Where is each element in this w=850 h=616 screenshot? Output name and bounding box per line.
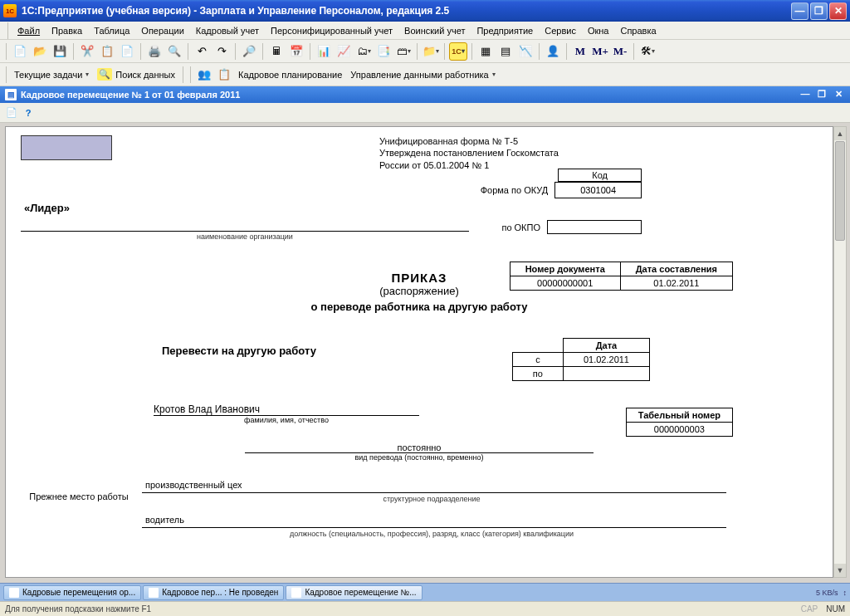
paste-button[interactable]: 📄	[118, 42, 136, 61]
prev-work-label: Прежнее место работы	[21, 480, 137, 550]
okud-value: 0301004	[555, 183, 642, 198]
to-label: по	[512, 367, 563, 381]
m-minus-button[interactable]: M-	[611, 42, 629, 61]
find-button[interactable]: 🔎	[240, 42, 258, 61]
menu-operations[interactable]: Операции	[136, 24, 188, 37]
menu-file[interactable]: Файл	[12, 24, 45, 37]
scroll-up-button[interactable]: ▲	[834, 127, 846, 140]
grip-icon	[7, 22, 8, 39]
org-label: наименование организации	[21, 232, 469, 241]
doc-close-button[interactable]: ✕	[832, 89, 845, 100]
document-titlebar: ▤ Кадровое перемещение № 1 от 01 февраля…	[0, 86, 850, 103]
order-desc: о переводе работника на другую работу	[21, 301, 818, 313]
employee-data-button[interactable]: Управление данными работника	[347, 70, 498, 80]
doc-copy-button[interactable]: 📄	[3, 105, 20, 121]
meta-line1: Унифицированная форма № Т-5	[379, 135, 595, 147]
org-name: «Лидер»	[21, 202, 73, 214]
num-indicator: NUM	[826, 604, 845, 614]
calc-button[interactable]: 🖩	[267, 42, 286, 61]
window-maximize-button[interactable]: ❐	[810, 2, 828, 20]
taskbar-item-3[interactable]: Кадровое перемещение №...	[286, 585, 422, 600]
save-button[interactable]: 💾	[51, 42, 69, 61]
menu-edit[interactable]: Правка	[46, 24, 87, 37]
hr-planning-button[interactable]: Кадровое планирование	[235, 70, 345, 80]
redo-button[interactable]: ↷	[212, 42, 231, 61]
okud-label: Форма по ОКУД	[481, 185, 555, 195]
open-button[interactable]: 📂	[31, 42, 49, 61]
document-area: Унифицированная форма № Т-5 Утверждена п…	[0, 123, 850, 583]
preview-button[interactable]: 🔍	[165, 42, 183, 61]
tool-button-6[interactable]: 📁	[422, 42, 440, 61]
user-button[interactable]: 👤	[544, 42, 562, 61]
undo-button[interactable]: ↶	[193, 42, 211, 61]
prev-dept: производственный цех	[142, 480, 726, 493]
chart-button[interactable]: 📉	[516, 42, 535, 61]
taskbar-item-2[interactable]: Кадровое пер... : Не проведен	[143, 585, 284, 600]
transfer-label: Перевести на другую работу	[162, 345, 316, 357]
okpo-value	[548, 221, 642, 234]
document-icon: ▤	[5, 89, 17, 100]
hr-icon-1[interactable]: 👥	[195, 66, 213, 84]
code-header: Код	[559, 169, 642, 182]
task-icon	[291, 588, 301, 598]
task-icon	[149, 588, 159, 598]
docdate-header: Дата составления	[620, 262, 732, 276]
doc-minimize-button[interactable]: —	[799, 89, 812, 100]
prev-pos: водитель	[142, 515, 726, 528]
network-icon: ↕	[843, 589, 848, 597]
data-search-button[interactable]: 🔍Поиск данных	[94, 68, 178, 81]
employee-name: Кротов Влад Иванович	[154, 403, 419, 416]
okpo-label: по ОКПО	[501, 222, 547, 232]
copy-button[interactable]: 📋	[98, 42, 116, 61]
tool-button-4[interactable]: 📑	[374, 42, 393, 61]
window-minimize-button[interactable]: —	[791, 2, 808, 20]
tools-button[interactable]: 🛠	[638, 42, 657, 61]
menu-windows[interactable]: Окна	[583, 24, 614, 37]
menu-enterprise[interactable]: Предприятие	[471, 24, 538, 37]
table-button[interactable]: ▤	[496, 42, 515, 61]
m-button[interactable]: M	[571, 42, 589, 61]
scroll-down-button[interactable]: ▼	[834, 564, 846, 577]
doc-help-button[interactable]: ?	[20, 105, 37, 121]
tool-button-2[interactable]: 📈	[335, 42, 353, 61]
main-menubar: Файл Правка Таблица Операции Кадровый уч…	[0, 22, 850, 40]
placeholder-box	[21, 135, 112, 160]
menu-table[interactable]: Таблица	[89, 24, 134, 37]
menu-personal[interactable]: Персонифицированный учет	[266, 24, 398, 37]
taskbar-item-1[interactable]: Кадровые перемещения ор...	[3, 585, 141, 600]
print-button[interactable]: 🖨️	[145, 42, 164, 61]
menu-service[interactable]: Сервис	[540, 24, 581, 37]
grip-icon	[6, 66, 7, 83]
grid-button[interactable]: ▦	[476, 42, 495, 61]
tool-button-1[interactable]: 📊	[315, 42, 333, 61]
menu-military[interactable]: Воинский учет	[399, 24, 470, 37]
doc-maximize-button[interactable]: ❐	[815, 89, 828, 100]
grip-icon	[6, 43, 7, 60]
tabnum-value: 0000000003	[626, 423, 732, 437]
grip-icon	[190, 66, 191, 83]
help-1c-button[interactable]: 1C	[449, 42, 467, 61]
hr-icon-2[interactable]: 📋	[215, 66, 233, 84]
tool-button-3[interactable]: 🗂	[354, 42, 373, 61]
scroll-thumb[interactable]	[835, 141, 845, 241]
cut-button[interactable]: ✂️	[78, 42, 96, 61]
window-title: 1С:Предприятие (учебная версия) - Зарпла…	[22, 5, 791, 17]
docnum-value: 00000000001	[510, 276, 620, 291]
calendar-button[interactable]: 📅	[287, 42, 305, 61]
docdate-value: 01.02.2011	[620, 276, 732, 291]
taskbar: Кадровые перемещения ор... Кадровое пер.…	[0, 583, 850, 601]
tool-button-5[interactable]: 🗃	[394, 42, 413, 61]
transfer-type: постоянно	[245, 442, 594, 453]
meta-line2: Утверждена постановлением Госкомстата	[379, 147, 595, 159]
new-button[interactable]: 📄	[11, 42, 29, 61]
window-close-button[interactable]: ✕	[829, 2, 847, 20]
employee-label: фамилия, имя, отчество	[154, 416, 419, 424]
current-tasks-button[interactable]: Текущие задачи	[11, 70, 92, 80]
task-speed-indicator: 5 KB/s↕	[816, 589, 847, 597]
document-title: Кадровое перемещение № 1 от 01 февраля 2…	[21, 90, 240, 100]
cap-indicator: CAP	[801, 604, 818, 614]
menu-hr[interactable]: Кадровый учет	[191, 24, 264, 37]
menu-help[interactable]: Справка	[615, 24, 661, 37]
vertical-scrollbar[interactable]: ▲ ▼	[833, 126, 847, 578]
m-plus-button[interactable]: M+	[591, 42, 609, 61]
